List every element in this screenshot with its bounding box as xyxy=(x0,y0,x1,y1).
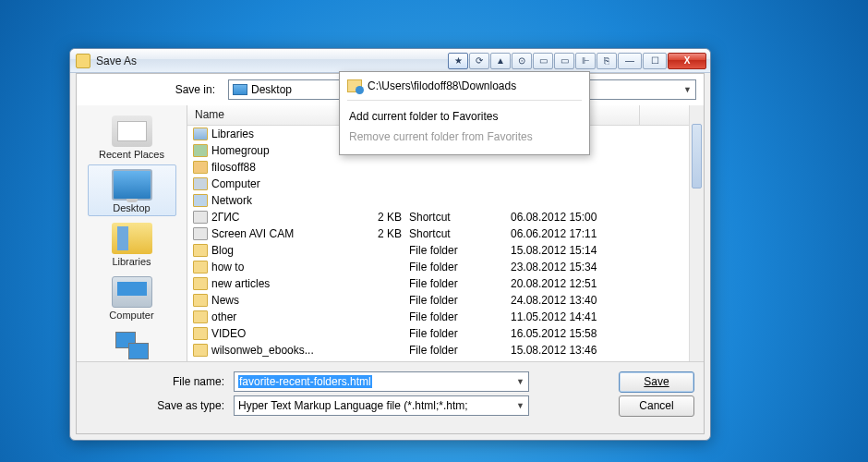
pi-desktop-icon xyxy=(112,169,152,201)
file-row[interactable]: filosoff88 xyxy=(187,159,704,176)
place-recent-places[interactable]: Recent Places xyxy=(88,111,176,163)
file-row[interactable]: NewsFile folder24.08.2012 13:40 xyxy=(187,292,704,309)
save-button[interactable]: Save xyxy=(619,371,694,393)
favorites-recent-path: C:\Users\filodoff88\Downloads xyxy=(368,79,516,92)
favorites-add-item[interactable]: Add current folder to Favorites xyxy=(347,106,582,127)
file-icon xyxy=(193,277,208,290)
toolbar-button-6[interactable]: ▭ xyxy=(554,53,574,69)
pi-comp-icon xyxy=(112,276,152,308)
file-row[interactable]: how toFile folder23.08.2012 15:34 xyxy=(187,259,704,275)
saveastype-combo[interactable]: Hyper Text Markup Language file (*.html;… xyxy=(234,395,529,416)
file-name: Network xyxy=(211,194,354,207)
app-icon xyxy=(76,54,90,68)
file-icon xyxy=(193,211,208,224)
place-libraries[interactable]: Libraries xyxy=(88,218,176,270)
file-row[interactable]: new articlesFile folder20.08.2012 12:51 xyxy=(187,275,704,292)
pi-lib-icon xyxy=(112,223,152,254)
file-icon xyxy=(193,294,208,307)
file-name: News xyxy=(211,294,354,307)
file-row[interactable]: Screen AVI CAM2 KBShortcut06.06.2012 17:… xyxy=(187,225,704,242)
pi-recent-icon xyxy=(112,116,152,147)
desktop-icon xyxy=(233,84,247,95)
file-name: Libraries xyxy=(211,128,354,140)
file-type: File folder xyxy=(409,244,511,257)
file-icon xyxy=(193,244,208,257)
file-row[interactable]: 2ГИС2 KBShortcut06.08.2012 15:00 xyxy=(187,209,704,225)
close-button[interactable]: X xyxy=(668,53,706,69)
file-date: 20.08.2012 12:51 xyxy=(511,277,640,290)
toolbar-button-4[interactable]: ⊙ xyxy=(512,53,532,69)
file-type: Shortcut xyxy=(409,227,511,240)
favorites-menu: C:\Users\filodoff88\Downloads Add curren… xyxy=(339,71,590,155)
file-type: File folder xyxy=(409,277,511,290)
file-row[interactable]: VIDEOFile folder16.05.2012 15:58 xyxy=(187,325,704,342)
file-row[interactable]: Computer xyxy=(187,176,704,192)
file-name: Homegroup xyxy=(211,144,354,157)
save-in-value: Desktop xyxy=(251,83,292,96)
file-name: Blog xyxy=(211,244,354,257)
pi-net-icon xyxy=(112,330,152,361)
file-icon xyxy=(193,344,208,357)
file-icon xyxy=(193,144,208,157)
file-date: 24.08.2012 13:40 xyxy=(511,294,640,307)
toolbar-up-button[interactable]: ▲ xyxy=(490,53,511,69)
minimize-button[interactable]: — xyxy=(618,53,642,69)
toolbar-button-7[interactable]: ⊩ xyxy=(575,53,596,69)
filename-field[interactable]: favorite-recent-folders.html ▼ xyxy=(234,371,529,392)
file-row[interactable]: Network xyxy=(187,192,704,209)
file-name: how to xyxy=(211,261,354,274)
file-row[interactable]: otherFile folder11.05.2012 14:41 xyxy=(187,309,704,325)
file-name: filosoff88 xyxy=(211,161,354,174)
file-icon xyxy=(193,327,208,340)
file-row[interactable]: BlogFile folder15.08.2012 15:14 xyxy=(187,242,704,259)
file-name: wilsonweb_ebooks... xyxy=(211,344,354,357)
toolbar-button-5[interactable]: ▭ xyxy=(533,53,553,69)
file-icon xyxy=(193,194,208,207)
favorites-remove-item: Remove current folder from Favorites xyxy=(347,127,582,147)
place-label: Desktop xyxy=(90,202,174,213)
file-name: 2ГИС xyxy=(211,211,354,224)
chevron-down-icon[interactable]: ▼ xyxy=(516,377,524,386)
file-icon xyxy=(193,177,208,190)
file-icon xyxy=(193,261,208,274)
file-date: 06.08.2012 15:00 xyxy=(511,211,640,224)
file-name: new articles xyxy=(211,277,354,290)
titlebar[interactable]: Save As ★ ⟳ ▲ ⊙ ▭ ▭ ⊩ ⎘ — ☐ X xyxy=(70,49,710,73)
chevron-down-icon[interactable]: ▼ xyxy=(516,401,524,410)
scrollbar[interactable] xyxy=(689,105,704,361)
toolbar-favorites-button[interactable]: ★ xyxy=(448,53,468,69)
toolbar-recent-button[interactable]: ⟳ xyxy=(469,53,489,69)
scrollbar-thumb[interactable] xyxy=(692,124,702,188)
filename-label: File name: xyxy=(86,375,224,388)
maximize-button[interactable]: ☐ xyxy=(643,53,667,69)
file-type: File folder xyxy=(409,294,511,307)
toolbar-button-8[interactable]: ⎘ xyxy=(597,53,617,69)
file-type: File folder xyxy=(409,344,511,357)
save-in-label: Save in: xyxy=(84,83,223,96)
file-date: 23.08.2012 15:34 xyxy=(511,261,640,274)
place-label: Computer xyxy=(90,310,174,321)
file-icon xyxy=(193,227,208,240)
favorites-recent-item[interactable]: C:\Users\filodoff88\Downloads xyxy=(347,78,582,101)
filename-value: favorite-recent-folders.html xyxy=(238,375,372,388)
file-date: 15.08.2012 15:14 xyxy=(511,244,640,257)
file-type: Shortcut xyxy=(409,211,511,224)
file-row[interactable]: wilsonweb_ebooks...File folder15.08.2012… xyxy=(187,342,704,359)
saveastype-value: Hyper Text Markup Language file (*.html;… xyxy=(238,399,468,412)
dialog-title: Save As xyxy=(96,55,137,67)
file-icon xyxy=(193,128,208,140)
file-name: Screen AVI CAM xyxy=(211,227,354,240)
chevron-down-icon: ▼ xyxy=(683,85,692,94)
cancel-button[interactable]: Cancel xyxy=(619,395,694,417)
file-date: 16.05.2012 15:58 xyxy=(511,327,640,340)
file-name: other xyxy=(211,310,354,323)
file-size: 2 KB xyxy=(354,227,409,240)
place-desktop[interactable]: Desktop xyxy=(88,164,176,216)
file-name: VIDEO xyxy=(211,327,354,340)
place-computer[interactable]: Computer xyxy=(88,272,176,323)
saveastype-label: Save as type: xyxy=(86,399,224,412)
place-label: Recent Places xyxy=(90,149,174,160)
col-name[interactable]: Name xyxy=(187,105,354,125)
file-icon xyxy=(193,310,208,323)
file-type: File folder xyxy=(409,310,511,323)
